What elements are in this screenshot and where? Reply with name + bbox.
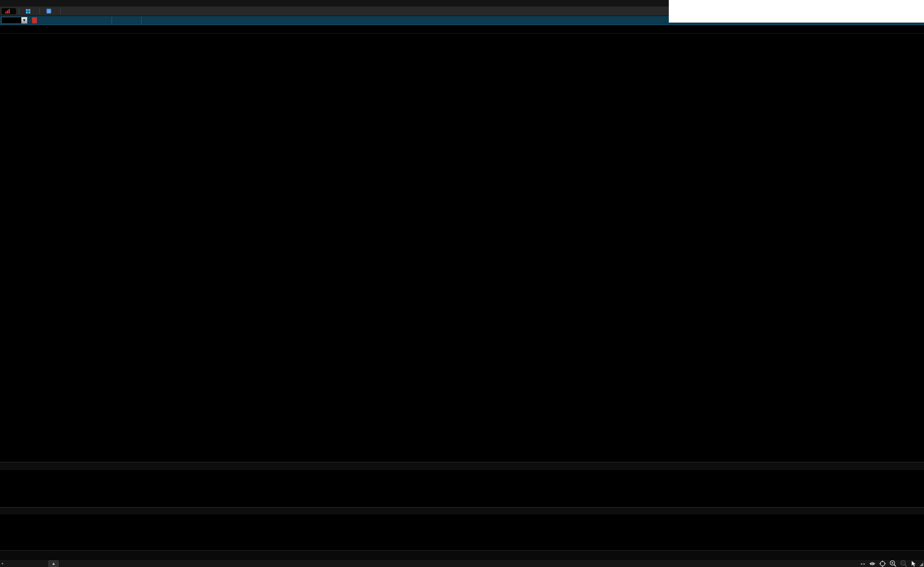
separator xyxy=(141,17,142,24)
chart-canvas[interactable] xyxy=(0,0,924,567)
crosshair-target-icon[interactable] xyxy=(879,560,886,567)
symbol-input[interactable]: ▼ xyxy=(1,17,27,24)
macd-study-header xyxy=(0,507,924,514)
zoom-in-icon[interactable] xyxy=(890,560,897,567)
scroll-to-end-button[interactable]: ▲ xyxy=(48,560,59,567)
nudge-arrows-icon[interactable]: ◂ ▸ xyxy=(860,562,865,566)
tab-charts[interactable] xyxy=(2,8,16,14)
tab-flexible-grid[interactable] xyxy=(22,8,37,14)
blank-panel-region xyxy=(669,0,924,23)
bar-chart-icon xyxy=(5,9,10,14)
link-badge[interactable] xyxy=(32,17,37,23)
grid-icon xyxy=(26,9,30,14)
separator xyxy=(60,8,61,14)
separator xyxy=(112,17,112,24)
tab-product-depth[interactable] xyxy=(43,8,57,14)
rsi-study-header xyxy=(0,462,924,470)
ohlc-header xyxy=(0,25,924,34)
pan-icon[interactable] xyxy=(869,561,876,567)
depth-icon xyxy=(46,9,51,14)
status-bar: ◂ ▲ ◂ ▸ xyxy=(0,559,924,567)
separator xyxy=(39,8,40,14)
time-axis[interactable] xyxy=(0,550,924,559)
cursor-icon[interactable] xyxy=(911,560,916,567)
resize-handle[interactable] xyxy=(919,562,923,566)
scroll-left-icon[interactable]: ◂ xyxy=(1,561,3,565)
symbol-dropdown-icon[interactable]: ▼ xyxy=(21,17,27,23)
separator xyxy=(19,8,19,14)
thinkorswim-charts-app: { "menubar":{"items":["Monitor","Trade",… xyxy=(0,0,924,567)
zoom-out-icon[interactable] xyxy=(900,560,907,567)
